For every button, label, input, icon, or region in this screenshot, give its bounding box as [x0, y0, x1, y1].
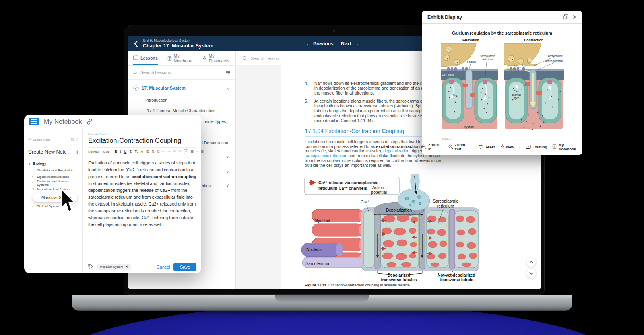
- note-tag[interactable]: Muscular System ✕: [97, 264, 131, 270]
- lightning-icon: [203, 56, 206, 61]
- exhibit-my-notebook-button[interactable]: My Notebook: [552, 142, 582, 151]
- tree-item-lesson-partial[interactable]: uscle Types: [204, 119, 226, 124]
- format-button-4[interactable]: Tₓ: [134, 150, 138, 154]
- tree-item-lesson-partial[interactable]: d Denaturation: [200, 140, 228, 145]
- create-new-note[interactable]: Create New Note +: [28, 148, 79, 155]
- exhibit-titlebar[interactable]: Exhibit Display: [422, 11, 582, 24]
- bullet-icon: ·: [37, 196, 39, 199]
- figure-legend-line: Ca²⁺ release via sarcoplasmic: [318, 180, 378, 185]
- note-breadcrumb: Muscular System: [88, 133, 196, 136]
- search-icon: [133, 70, 138, 75]
- figure-label: Sarcolemma: [305, 261, 329, 266]
- scroll-up-button[interactable]: [526, 257, 536, 267]
- editor-toolbar-icon-3[interactable]: ⇤: [162, 150, 165, 154]
- menu-icon[interactable]: [29, 118, 39, 125]
- exhibit-panel-contraction: Contraction: [504, 38, 564, 133]
- notebook-title: My Notebook: [44, 118, 82, 125]
- editor-toolbar-icon-8[interactable]: ≣: [191, 150, 194, 154]
- format-button-1[interactable]: I: [120, 150, 121, 154]
- exhibit-title: Exhibit Display: [427, 14, 563, 20]
- format-button-5[interactable]: A: [141, 150, 143, 154]
- laptop-notch: [275, 295, 369, 302]
- chevron-down-icon[interactable]: ∨: [226, 169, 229, 174]
- note-editor: Muscular System Excitation-Contraction C…: [83, 129, 201, 273]
- chevron-up-icon[interactable]: ∧: [226, 86, 229, 91]
- note-footer: Muscular System ✕ Cancel Save: [83, 260, 201, 273]
- tree-item-chapter[interactable]: 17. Muscular System: [133, 85, 186, 91]
- lesson-search-input[interactable]: Search Lessons: [128, 66, 235, 80]
- zoom-in-button[interactable]: Zoom In: [422, 142, 443, 151]
- scroll-down-button[interactable]: [526, 269, 536, 278]
- editor-toolbar: Normal▾ Size▾ BIUSTₓA ⊞⇅⧉⇤⇥↶↷≡≣≡≣: [88, 147, 196, 156]
- cancel-button[interactable]: Cancel: [157, 265, 170, 269]
- restore-window-icon[interactable]: [563, 14, 568, 20]
- editor-toolbar-icon-4[interactable]: ⇥: [167, 150, 171, 154]
- editor-toolbar-icon-7[interactable]: ≡: [184, 149, 188, 154]
- exhibit-label: Myofibril: [464, 125, 474, 129]
- plus-icon[interactable]: +: [75, 148, 79, 155]
- paragraph-style-dropdown[interactable]: Normal▾: [88, 150, 101, 154]
- figure-label: Ca²⁺: [361, 200, 369, 204]
- editor-toolbar-icon-10[interactable]: ≣: [201, 150, 204, 154]
- editor-toolbar-icon-2[interactable]: ⧉: [157, 150, 159, 154]
- tree-item-lesson[interactable]: 17.1 General Muscle Characteristics: [147, 108, 215, 113]
- collapse-all-icon[interactable]: [76, 138, 79, 141]
- chapter-title: Chapter 17: Muscular System: [143, 43, 213, 49]
- chevron-up-icon: [529, 261, 533, 263]
- notebook-header: My Notebook: [24, 115, 201, 129]
- close-icon[interactable]: [572, 15, 577, 19]
- notebook-tree-item[interactable]: ›Digestion and Excretion: [28, 174, 79, 180]
- zoom-in-icon: [422, 144, 427, 149]
- tree-item-lesson-partial[interactable]: zation: [200, 183, 211, 188]
- tab-my-notebook[interactable]: My Notebook: [167, 51, 194, 65]
- notebook-tree-item[interactable]: ›Endocrine and Nervous Systems: [28, 180, 79, 186]
- format-button-0[interactable]: B: [114, 150, 117, 154]
- info-icon[interactable]: [71, 138, 74, 141]
- previous-button[interactable]: ← Previous: [305, 36, 334, 51]
- editor-toolbar-icon-5[interactable]: ↶: [173, 150, 176, 154]
- chevron-right-icon: ›: [32, 175, 35, 178]
- format-button-2[interactable]: U: [124, 150, 127, 154]
- chevron-down-icon[interactable]: ∨: [226, 154, 229, 159]
- link-icon[interactable]: [86, 118, 93, 125]
- filter-icon[interactable]: [225, 70, 231, 75]
- chevron-right-icon: ›: [32, 205, 35, 208]
- note-title[interactable]: Excitation-Contraction Coupling: [88, 137, 196, 144]
- figure-17-11: Ca²⁺ release via sarcoplasmic reticulum …: [293, 174, 483, 282]
- notebook-tree-item[interactable]: ›Circulation and Respiration: [28, 167, 79, 174]
- search-icon: [242, 56, 247, 61]
- chevron-down-icon[interactable]: ∨: [226, 183, 229, 187]
- zoom-out-button[interactable]: Zoom Out: [448, 142, 473, 151]
- existing-flashcard-button[interactable]: Existing: [526, 144, 547, 149]
- breadcrumb: Unit 9: Musculoskeletal System Chapter 1…: [143, 39, 213, 49]
- notebook-tree-item[interactable]: ∨Biology: [28, 160, 79, 167]
- save-button[interactable]: Save: [173, 263, 196, 271]
- notes-search-input[interactable]: Search notes: [28, 138, 79, 143]
- editor-toolbar-icon-1[interactable]: ⇅: [151, 150, 155, 154]
- next-button[interactable]: Next →: [341, 36, 359, 51]
- tab-my-flashcards[interactable]: My Flashcards: [203, 51, 231, 65]
- font-size-dropdown[interactable]: Size▾: [103, 150, 112, 154]
- figure-label: transverse tubules: [381, 277, 417, 282]
- back-chevron-icon[interactable]: [134, 41, 138, 47]
- exhibit-label: Ca²⁺: [514, 90, 519, 93]
- tree-item-lesson[interactable]: Introduction: [145, 98, 167, 103]
- exhibit-label: reticulum: [482, 58, 493, 61]
- note-body[interactable]: Excitation of a muscle cell triggers a s…: [88, 160, 200, 228]
- mouse-cursor: [60, 188, 77, 213]
- reset-button[interactable]: Reset: [478, 144, 495, 149]
- remove-tag-icon[interactable]: ✕: [126, 265, 128, 269]
- exhibit-label: channel: [512, 93, 521, 96]
- tab-lessons[interactable]: Lessons: [133, 51, 158, 65]
- new-flashcard-button[interactable]: New: [500, 144, 514, 149]
- figure-label: Depolarization: [386, 208, 412, 212]
- format-button-3[interactable]: S: [129, 150, 132, 154]
- figure-label: Myofibril: [314, 218, 330, 223]
- figure-caption: Figure 17.11 Excitation-contraction coup…: [305, 283, 541, 287]
- editor-toolbar-icon-9[interactable]: ≡: [196, 150, 198, 154]
- editor-toolbar-icon-0[interactable]: ⊞: [146, 150, 149, 154]
- check-circle-icon: [133, 85, 139, 91]
- tag-icon: [87, 264, 93, 270]
- editor-toolbar-icon-6[interactable]: ↷: [178, 150, 182, 154]
- caret-icon: ▾: [110, 150, 111, 153]
